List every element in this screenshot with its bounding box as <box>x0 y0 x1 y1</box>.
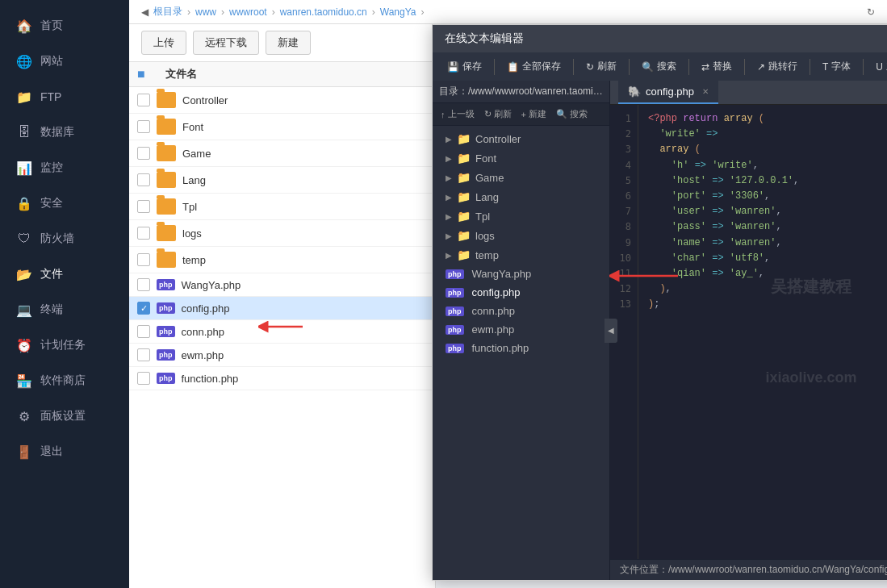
list-item[interactable]: Controller <box>129 87 435 114</box>
tree-item[interactable]: ▶ 📁 Lang <box>433 187 609 206</box>
sidebar-item-database[interactable]: 🗄 数据库 <box>0 115 129 150</box>
sidebar-item-files[interactable]: 📂 文件 <box>0 256 129 292</box>
folder-icon <box>157 252 176 268</box>
file-checkbox[interactable] <box>137 200 150 213</box>
folder-icon: 📁 <box>457 229 471 242</box>
search-button[interactable]: 🔍 搜索 <box>634 56 684 77</box>
sidebar-item-logout[interactable]: 🚪 退出 <box>0 434 129 469</box>
folder-icon: 📁 <box>457 132 471 145</box>
file-checkbox[interactable] <box>137 253 150 266</box>
sidebar-item-appstore[interactable]: 🏪 软件商店 <box>0 363 129 398</box>
file-checkbox[interactable] <box>137 302 150 315</box>
sidebar-item-website[interactable]: 🌐 网站 <box>0 44 129 79</box>
tree-item[interactable]: php config.php <box>433 283 609 302</box>
file-name: Game <box>182 148 211 160</box>
file-list-header: ■ 文件名 <box>129 62 435 87</box>
list-item[interactable]: Font <box>129 114 435 140</box>
file-checkbox[interactable] <box>137 348 150 361</box>
replace-button[interactable]: ⇄ 替换 <box>693 56 740 77</box>
file-checkbox[interactable] <box>137 94 150 106</box>
file-name: WangYa.php <box>182 279 241 291</box>
upload-button[interactable]: 上传 <box>141 31 186 55</box>
file-checkbox[interactable] <box>137 120 150 133</box>
list-item[interactable]: php config.php <box>129 297 435 320</box>
list-item[interactable]: php function.php <box>129 367 435 390</box>
list-item[interactable]: php WangYa.php <box>129 273 435 297</box>
collapse-panel-button[interactable]: ◀ <box>605 319 617 343</box>
breadcrumb-root[interactable]: 根目录 <box>153 5 182 19</box>
tab-php-icon: 🐘 <box>628 85 641 98</box>
refresh-label: 刷新 <box>494 108 512 120</box>
list-item[interactable]: logs <box>129 220 435 247</box>
remote-download-button[interactable]: 远程下载 <box>193 31 259 55</box>
list-item[interactable]: Tpl <box>129 194 435 220</box>
new-button[interactable]: 新建 <box>266 31 311 55</box>
breadcrumb-wwwroot[interactable]: wwwroot <box>229 6 267 18</box>
file-checkbox[interactable] <box>137 147 150 160</box>
tree-search-button[interactable]: 🔍 搜索 <box>553 106 591 122</box>
file-checkbox[interactable] <box>137 325 150 338</box>
tree-item[interactable]: php function.php <box>433 339 609 357</box>
sidebar-item-panel[interactable]: ⚙ 面板设置 <box>0 398 129 434</box>
close-tab-button[interactable]: ✕ <box>702 87 709 96</box>
tree-item[interactable]: ▶ 📁 Controller <box>433 129 609 148</box>
editor-tab-config[interactable]: 🐘 config.php ✕ <box>618 81 718 104</box>
search-icon: 🔍 <box>642 61 654 73</box>
code-content[interactable]: <?php return array ( 'write' => array ( … <box>638 105 887 559</box>
save-button[interactable]: 💾 保存 <box>439 56 490 77</box>
folder-icon <box>157 225 176 241</box>
folder-icon <box>157 92 176 108</box>
goto-icon: ↗ <box>757 61 765 73</box>
tree-item-name: ewm.php <box>472 323 515 336</box>
tree-item[interactable]: ▶ 📁 temp <box>433 245 609 265</box>
file-checkbox[interactable] <box>137 372 150 385</box>
file-checkbox[interactable] <box>137 173 150 186</box>
new-label: 新建 <box>529 108 546 120</box>
tree-item[interactable]: ▶ 📁 logs <box>433 226 609 245</box>
breadcrumb-domain[interactable]: wanren.taomiduo.cn <box>280 6 367 18</box>
folder-icon-header: ■ <box>137 67 145 81</box>
sidebar-item-terminal[interactable]: 💻 终端 <box>0 292 129 327</box>
tree-item[interactable]: php WangYa.php <box>433 265 609 283</box>
list-item[interactable]: temp <box>129 247 435 273</box>
goto-line-button[interactable]: ↗ 跳转行 <box>749 56 805 77</box>
sidebar-item-ftp[interactable]: 📁 FTP <box>0 79 129 115</box>
breadcrumb-folder[interactable]: WangYa <box>380 6 416 18</box>
tree-item[interactable]: php conn.php <box>433 302 609 320</box>
file-checkbox[interactable] <box>137 227 150 240</box>
back-button[interactable]: ◀ <box>141 6 149 18</box>
file-tree-panel: 目录：/www/wwwroot/wanren.taomid... ↑ 上一级 ↻… <box>433 81 610 580</box>
sidebar-item-label: 终端 <box>40 302 63 317</box>
tree-item[interactable]: php ewm.php <box>433 320 609 339</box>
file-tree-header: 目录：/www/wwwroot/wanren.taomid... <box>433 81 609 103</box>
sidebar-item-home[interactable]: 🏠 首页 <box>0 8 129 44</box>
tree-new-button[interactable]: + 新建 <box>518 106 550 122</box>
tree-item[interactable]: ▶ 📁 Font <box>433 148 609 168</box>
tree-up-button[interactable]: ↑ 上一级 <box>437 106 478 122</box>
list-item[interactable]: Game <box>129 140 435 167</box>
sidebar-item-cron[interactable]: ⏰ 计划任务 <box>0 327 129 363</box>
tree-item[interactable]: ▶ 📁 Tpl <box>433 206 609 226</box>
file-checkbox[interactable] <box>137 278 150 291</box>
refresh-breadcrumb[interactable]: ↻ <box>867 6 875 18</box>
file-name: ewm.php <box>182 349 224 361</box>
font-button[interactable]: T 字体 <box>814 56 859 77</box>
sidebar-item-firewall[interactable]: 🛡 防火墙 <box>0 221 129 256</box>
php-badge: php <box>157 302 175 314</box>
up-label: 上一级 <box>448 108 475 120</box>
list-item[interactable]: Lang <box>129 167 435 194</box>
tree-refresh-button[interactable]: ↻ 刷新 <box>481 106 515 122</box>
security-icon: 🔒 <box>16 195 32 211</box>
editor-title: 在线文本编辑器 <box>433 25 887 52</box>
sidebar-item-monitor[interactable]: 📊 监控 <box>0 150 129 186</box>
sidebar-item-security[interactable]: 🔒 安全 <box>0 186 129 221</box>
theme-button[interactable]: U 主题 <box>868 56 887 77</box>
tree-item[interactable]: ▶ 📁 Game <box>433 168 609 187</box>
breadcrumb-www[interactable]: www <box>195 6 216 18</box>
file-name: Controller <box>182 94 228 106</box>
list-item[interactable]: php conn.php <box>129 320 435 344</box>
refresh-button[interactable]: ↻ 刷新 <box>578 56 625 77</box>
save-all-button[interactable]: 📋 全部保存 <box>499 56 569 77</box>
list-item[interactable]: php ewm.php <box>129 344 435 367</box>
replace-label: 替换 <box>713 60 732 73</box>
